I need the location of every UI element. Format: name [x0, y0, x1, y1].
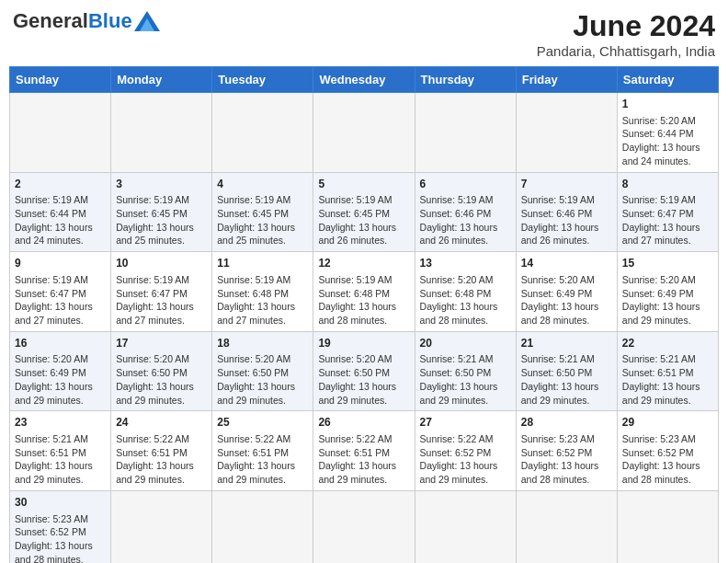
- header-sunday: Sunday: [10, 67, 111, 93]
- day-15: 15 Sunrise: 5:20 AMSunset: 6:49 PMDaylig…: [617, 252, 718, 332]
- logo: General Blue: [13, 9, 160, 33]
- header-tuesday: Tuesday: [212, 67, 313, 93]
- header-saturday: Saturday: [617, 67, 718, 93]
- day-19: 19 Sunrise: 5:20 AMSunset: 6:50 PMDaylig…: [313, 331, 415, 411]
- calendar-row-4: 16 Sunrise: 5:20 AMSunset: 6:49 PMDaylig…: [10, 331, 719, 411]
- day-10: 10 Sunrise: 5:19 AMSunset: 6:47 PMDaylig…: [111, 252, 212, 332]
- day-4: 4 Sunrise: 5:19 AMSunset: 6:45 PMDayligh…: [212, 172, 313, 252]
- header-wednesday: Wednesday: [313, 67, 415, 93]
- day-28: 28 Sunrise: 5:23 AMSunset: 6:52 PMDaylig…: [516, 411, 617, 491]
- header-monday: Monday: [111, 67, 212, 93]
- page-header: General Blue June 2024 Pandaria, Chhatti…: [9, 9, 719, 59]
- day-22: 22 Sunrise: 5:21 AMSunset: 6:51 PMDaylig…: [617, 331, 718, 411]
- day-21: 21 Sunrise: 5:21 AMSunset: 6:50 PMDaylig…: [516, 331, 617, 411]
- calendar-row-2: 2 Sunrise: 5:19 AMSunset: 6:44 PMDayligh…: [10, 172, 719, 252]
- empty-cell: [313, 93, 415, 173]
- day-1: 1 Sunrise: 5:20 AMSunset: 6:44 PMDayligh…: [617, 93, 718, 173]
- calendar-row-6: 30 Sunrise: 5:23 AMSunset: 6:52 PMDaylig…: [10, 490, 719, 563]
- title-block: June 2024 Pandaria, Chhattisgarh, India: [537, 9, 715, 59]
- day-20: 20 Sunrise: 5:21 AMSunset: 6:50 PMDaylig…: [415, 331, 516, 411]
- calendar-row-5: 23 Sunrise: 5:21 AMSunset: 6:51 PMDaylig…: [10, 411, 719, 491]
- calendar-row-1: 1 Sunrise: 5:20 AMSunset: 6:44 PMDayligh…: [10, 93, 719, 173]
- day-6: 6 Sunrise: 5:19 AMSunset: 6:46 PMDayligh…: [415, 172, 516, 252]
- day-12: 12 Sunrise: 5:19 AMSunset: 6:48 PMDaylig…: [313, 252, 415, 332]
- header-friday: Friday: [516, 67, 617, 93]
- day-26: 26 Sunrise: 5:22 AMSunset: 6:51 PMDaylig…: [313, 411, 415, 491]
- day-13: 13 Sunrise: 5:20 AMSunset: 6:48 PMDaylig…: [415, 252, 516, 332]
- logo-icon: [134, 11, 160, 31]
- day-17: 17 Sunrise: 5:20 AMSunset: 6:50 PMDaylig…: [111, 331, 212, 411]
- day-23: 23 Sunrise: 5:21 AMSunset: 6:51 PMDaylig…: [10, 411, 111, 491]
- weekday-header-row: Sunday Monday Tuesday Wednesday Thursday…: [10, 67, 719, 93]
- day-24: 24 Sunrise: 5:22 AMSunset: 6:51 PMDaylig…: [111, 411, 212, 491]
- day-18: 18 Sunrise: 5:20 AMSunset: 6:50 PMDaylig…: [212, 331, 313, 411]
- day-25: 25 Sunrise: 5:22 AMSunset: 6:51 PMDaylig…: [212, 411, 313, 491]
- empty-cell: [212, 490, 313, 563]
- day-29: 29 Sunrise: 5:23 AMSunset: 6:52 PMDaylig…: [617, 411, 718, 491]
- header-thursday: Thursday: [415, 67, 516, 93]
- day-14: 14 Sunrise: 5:20 AMSunset: 6:49 PMDaylig…: [516, 252, 617, 332]
- logo-blue-text: Blue: [88, 9, 132, 33]
- empty-cell: [516, 93, 617, 173]
- logo-general-text: General: [13, 9, 88, 33]
- day-30: 30 Sunrise: 5:23 AMSunset: 6:52 PMDaylig…: [10, 490, 111, 563]
- empty-cell: [415, 93, 516, 173]
- day-16: 16 Sunrise: 5:20 AMSunset: 6:49 PMDaylig…: [10, 331, 111, 411]
- day-5: 5 Sunrise: 5:19 AMSunset: 6:45 PMDayligh…: [313, 172, 415, 252]
- empty-cell: [617, 490, 718, 563]
- day-2: 2 Sunrise: 5:19 AMSunset: 6:44 PMDayligh…: [10, 172, 111, 252]
- empty-cell: [212, 93, 313, 173]
- empty-cell: [10, 93, 111, 173]
- month-title: June 2024: [537, 9, 715, 43]
- empty-cell: [516, 490, 617, 563]
- empty-cell: [111, 93, 212, 173]
- location: Pandaria, Chhattisgarh, India: [537, 43, 715, 59]
- empty-cell: [415, 490, 516, 563]
- day-8: 8 Sunrise: 5:19 AMSunset: 6:47 PMDayligh…: [617, 172, 718, 252]
- day-7: 7 Sunrise: 5:19 AMSunset: 6:46 PMDayligh…: [516, 172, 617, 252]
- calendar-row-3: 9 Sunrise: 5:19 AMSunset: 6:47 PMDayligh…: [10, 252, 719, 332]
- day-3: 3 Sunrise: 5:19 AMSunset: 6:45 PMDayligh…: [111, 172, 212, 252]
- empty-cell: [111, 490, 212, 563]
- day-27: 27 Sunrise: 5:22 AMSunset: 6:52 PMDaylig…: [415, 411, 516, 491]
- day-9: 9 Sunrise: 5:19 AMSunset: 6:47 PMDayligh…: [10, 252, 111, 332]
- empty-cell: [313, 490, 415, 563]
- calendar-table: Sunday Monday Tuesday Wednesday Thursday…: [9, 66, 719, 563]
- day-11: 11 Sunrise: 5:19 AMSunset: 6:48 PMDaylig…: [212, 252, 313, 332]
